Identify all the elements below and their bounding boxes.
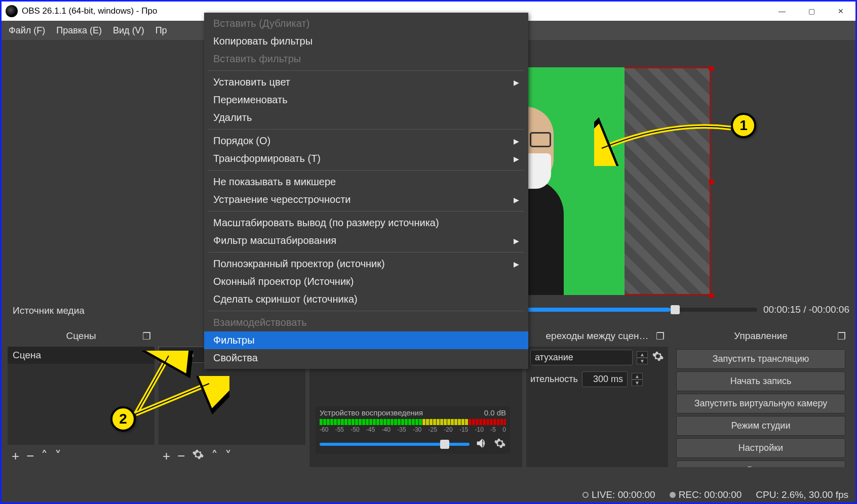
annotation-badge-1: 1	[731, 113, 756, 138]
audio-mixer-item: Устройство воспроизведения 0.0 dB -60-55…	[316, 406, 510, 454]
move-down-icon[interactable]: ˅	[55, 448, 61, 464]
audio-source-name: Устройство воспроизведения	[320, 408, 423, 417]
sources-toolbar: + − ˄ ˅	[159, 445, 305, 467]
submenu-arrow-icon: ▶	[514, 155, 519, 163]
move-up-icon[interactable]: ˄	[41, 448, 48, 464]
duration-label: ительность	[530, 374, 578, 385]
context-menu-item: Вставить (Дубликат)	[204, 15, 528, 32]
duration-spin[interactable]: ▲▼	[632, 373, 643, 386]
menu-file[interactable]: Файл (F)	[9, 25, 45, 36]
submenu-arrow-icon: ▶	[514, 137, 519, 145]
remove-icon[interactable]: −	[177, 448, 185, 464]
menu-view[interactable]: Вид (V)	[113, 25, 144, 36]
controls-panel: Управление ❐ Запустить трансляцию Начать…	[672, 325, 849, 467]
scene-item[interactable]: Сцена	[8, 347, 154, 364]
transition-spin[interactable]: ▲▼	[637, 351, 648, 364]
submenu-arrow-icon: ▶	[514, 260, 519, 268]
submenu-arrow-icon: ▶	[514, 78, 519, 87]
start-stream-button[interactable]: Запустить трансляцию	[676, 349, 845, 369]
start-record-button[interactable]: Начать запись	[676, 371, 845, 391]
transitions-panel: ереходы между сцен… ❐ атухание ▲▼ ительн…	[526, 325, 668, 467]
obs-logo-icon	[6, 5, 18, 17]
context-menu-item[interactable]: Копировать фильтры	[204, 32, 528, 50]
context-menu-item[interactable]: Сделать скриншот (источника)	[204, 290, 528, 308]
submenu-arrow-icon: ▶	[514, 237, 519, 245]
context-menu-item[interactable]: Установить цвет▶	[204, 73, 528, 91]
scenes-panel: Сцены ❐ Сцена + − ˄ ˅	[8, 325, 154, 467]
rec-icon	[670, 492, 676, 498]
context-menu-item: Взаимодействовать	[204, 314, 528, 331]
scenes-title: Сцены	[66, 330, 96, 342]
volume-slider[interactable]	[320, 443, 470, 446]
settings-button[interactable]: Настройки	[676, 438, 845, 458]
statusbar: LIVE: 00:00:00 REC: 00:00:00 CPU: 2.6%, …	[582, 489, 848, 500]
source-context-menu: Вставить (Дубликат)Копировать фильтрыВст…	[204, 13, 528, 369]
window-close-button[interactable]: ✕	[826, 2, 855, 21]
move-down-icon[interactable]: ˅	[225, 448, 231, 464]
remove-icon[interactable]: −	[26, 448, 34, 464]
context-menu-item[interactable]: Масштабировать вывод (по размеру источни…	[204, 214, 528, 232]
audio-ticks: -60-55-50 -45-40-35 -30-25-20 -15-10-5 0	[320, 426, 506, 433]
popout-icon[interactable]: ❐	[837, 330, 846, 340]
popout-icon[interactable]: ❐	[142, 330, 151, 340]
gear-icon[interactable]	[192, 448, 204, 464]
context-menu-item: Вставить фильтры	[204, 50, 528, 68]
menu-more[interactable]: Пр	[155, 25, 167, 36]
context-menu-item[interactable]: Трансформировать (T)▶	[204, 150, 528, 167]
context-menu-item[interactable]: Оконный проектор (Источник)	[204, 273, 528, 290]
studio-mode-button[interactable]: Режим студии	[676, 416, 845, 436]
live-icon	[582, 492, 589, 498]
cpu-status: CPU: 2.6%, 30.00 fps	[756, 489, 848, 500]
scenes-toolbar: + − ˄ ˅	[8, 445, 154, 467]
gear-icon[interactable]	[494, 437, 506, 451]
start-virtualcam-button[interactable]: Запустить виртуальную камеру	[676, 394, 845, 413]
menu-edit[interactable]: Правка (E)	[56, 25, 102, 36]
transitions-title: ереходы между сцен…	[546, 330, 649, 342]
exit-button[interactable]: Выход	[676, 460, 845, 467]
playback-time: 00:00:15 / -00:00:06	[763, 304, 849, 315]
window-minimize-button[interactable]: —	[767, 2, 797, 21]
context-menu-item[interactable]: Порядок (O)▶	[204, 132, 528, 150]
popout-icon[interactable]: ❐	[656, 330, 665, 340]
live-status: LIVE: 00:00:00	[582, 489, 655, 500]
move-up-icon[interactable]: ˄	[211, 448, 218, 464]
source-item-label: Исто	[172, 349, 193, 360]
speaker-icon[interactable]	[475, 436, 489, 452]
audio-meter	[320, 419, 506, 425]
annotation-badge-2: 2	[110, 406, 136, 432]
context-menu-item[interactable]: Фильтр масштабирования▶	[204, 232, 528, 249]
context-menu-item[interactable]: Не показывать в микшере	[204, 173, 528, 191]
transition-select[interactable]: атухание	[530, 350, 633, 365]
rec-status: REC: 00:00:00	[670, 489, 742, 500]
add-icon[interactable]: +	[12, 448, 19, 464]
duration-input[interactable]: 300 ms	[582, 371, 628, 387]
context-menu-item[interactable]: Удалить	[204, 109, 528, 127]
context-menu-item[interactable]: Фильтры	[204, 331, 528, 349]
window-maximize-button[interactable]: ▢	[797, 2, 826, 21]
media-icon	[163, 351, 169, 359]
resize-handle[interactable]	[709, 293, 714, 298]
gear-icon[interactable]	[652, 350, 664, 365]
audio-db: 0.0 dB	[484, 408, 506, 417]
controls-title: Управление	[734, 330, 788, 342]
media-source-label: Источник медиа	[13, 305, 85, 316]
resize-handle[interactable]	[709, 66, 714, 71]
context-menu-item[interactable]: Переименовать	[204, 91, 528, 109]
context-menu-item[interactable]: Полноэкранный проектор (источник)▶	[204, 255, 528, 273]
resize-handle[interactable]	[709, 180, 714, 184]
context-menu-item[interactable]: Свойства	[204, 349, 528, 367]
add-icon[interactable]: +	[163, 448, 170, 464]
submenu-arrow-icon: ▶	[514, 196, 519, 204]
context-menu-item[interactable]: Устранение чересстрочности▶	[204, 191, 528, 208]
